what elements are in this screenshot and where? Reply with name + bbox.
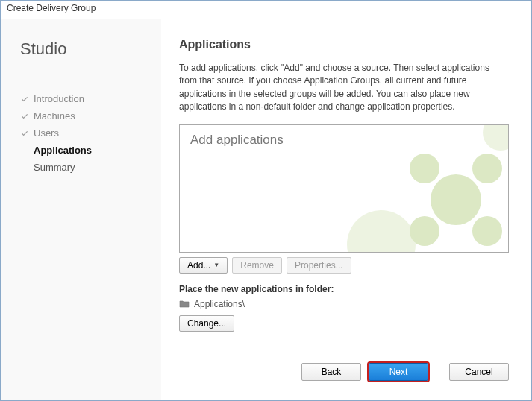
nav-item-users[interactable]: Users [20,124,148,142]
nav-label: Summary [34,162,75,173]
main-panel: Applications To add applications, click … [161,19,531,400]
check-icon [20,129,29,138]
nav-item-applications[interactable]: Applications [20,142,148,159]
folder-caption: Place the new applications in folder: [179,284,509,294]
chevron-down-icon: ▼ [213,262,219,268]
folder-path: Applications\ [194,299,245,309]
next-button[interactable]: Next [369,363,428,381]
svg-point-5 [347,210,416,253]
nav-label: Applications [34,145,92,156]
svg-point-1 [410,154,439,183]
properties-button: Properties... [287,257,351,274]
nav-item-introduction[interactable]: Introduction [20,90,148,107]
window-titlebar: Create Delivery Group [1,1,531,19]
decorative-pattern [329,125,509,253]
folder-path-row: Applications\ [179,299,509,309]
change-folder-button[interactable]: Change... [179,315,234,332]
wizard-body: Studio Introduction Machines Users Appli… [1,19,531,400]
studio-heading: Studio [20,40,148,59]
check-icon [20,95,29,104]
add-label: Add... [187,260,210,271]
properties-label: Properties... [295,260,343,271]
nav-label: Machines [34,110,75,121]
cancel-button[interactable]: Cancel [449,363,509,381]
remove-button: Remove [232,257,282,274]
svg-point-6 [483,125,509,151]
back-button[interactable]: Back [301,363,361,381]
remove-label: Remove [240,260,274,271]
intro-text: To add applications, click "Add" and cho… [179,62,509,114]
nav-label: Introduction [34,93,84,104]
svg-point-2 [472,154,502,183]
nav-item-machines[interactable]: Machines [20,107,148,124]
page-heading: Applications [179,38,509,51]
svg-point-0 [431,174,481,225]
apps-toolbar: Add... ▼ Remove Properties... [179,257,509,274]
applications-listbox[interactable]: Add applications [179,124,509,253]
add-dropdown-button[interactable]: Add... ▼ [179,257,228,274]
window-title: Create Delivery Group [7,3,96,13]
applications-placeholder: Add applications [190,133,284,148]
check-icon [20,112,29,121]
change-label: Change... [187,318,226,329]
svg-point-3 [410,216,439,246]
svg-point-4 [472,216,502,246]
folder-icon [179,300,190,309]
nav-label: Users [34,127,59,139]
nav-item-summary[interactable]: Summary [20,159,148,176]
sidebar: Studio Introduction Machines Users Appli… [1,19,161,400]
wizard-buttons: Back Next Cancel [179,363,509,391]
